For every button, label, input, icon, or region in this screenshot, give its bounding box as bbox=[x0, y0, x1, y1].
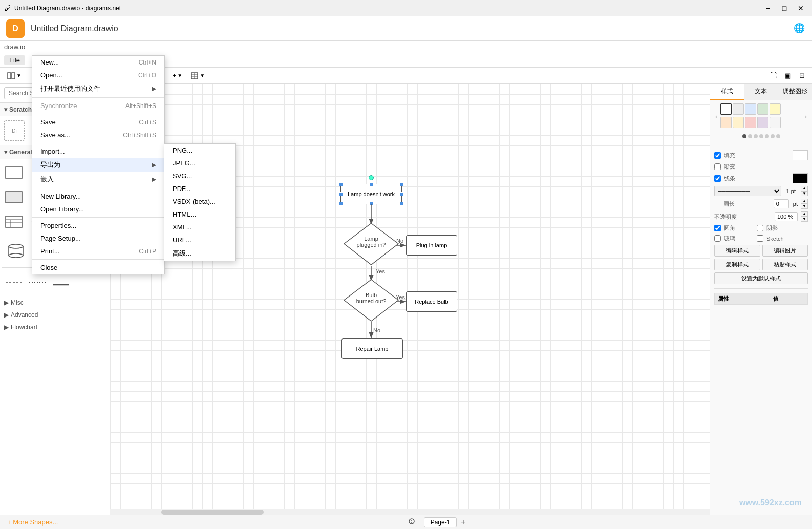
swatch-lightblue[interactable] bbox=[745, 103, 756, 115]
sidebar-toggle-button[interactable]: ▼ bbox=[4, 71, 25, 81]
perimeter-input[interactable] bbox=[774, 199, 789, 208]
more-shapes-button[interactable]: + More Shapes... bbox=[4, 517, 61, 527]
export-jpeg[interactable]: JPEG... bbox=[164, 157, 235, 170]
export-pdf[interactable]: PDF... bbox=[164, 182, 235, 195]
next-palette-button[interactable]: › bbox=[802, 113, 810, 121]
fc-repair-lamp[interactable]: Repair Lamp bbox=[341, 338, 403, 359]
fill-color-preview[interactable] bbox=[793, 150, 808, 160]
menu-recent[interactable]: 打开最近使用的文件 ▶ bbox=[32, 81, 164, 96]
close-button[interactable]: ✕ bbox=[794, 3, 808, 13]
dot-2[interactable] bbox=[748, 134, 752, 138]
swatch-lightpurple[interactable] bbox=[757, 117, 768, 128]
dot-1[interactable] bbox=[742, 134, 746, 138]
line-color-preview[interactable] bbox=[793, 173, 808, 183]
export-html[interactable]: HTML... bbox=[164, 208, 235, 221]
scratch-item[interactable]: Di bbox=[4, 120, 25, 141]
misc-section[interactable]: ▶ Misc bbox=[0, 297, 110, 309]
menu-new[interactable]: New... Ctrl+N bbox=[32, 56, 164, 69]
export-svg[interactable]: SVG... bbox=[164, 170, 235, 182]
dot-4[interactable] bbox=[759, 134, 763, 138]
swatch-lightorange[interactable] bbox=[720, 117, 732, 128]
menu-open[interactable]: Open... Ctrl+O bbox=[32, 69, 164, 81]
line-style-select[interactable]: ──────── - - - - - · · · · · bbox=[714, 186, 781, 196]
set-default-button[interactable]: 设置为默认样式 bbox=[714, 272, 808, 284]
line-checkbox[interactable] bbox=[714, 175, 721, 182]
fc-plug-in-lamp[interactable]: Plug in lamp bbox=[406, 235, 457, 256]
paste-style-button[interactable]: 粘贴样式 bbox=[762, 259, 808, 270]
separator-c bbox=[32, 143, 164, 143]
swatch-lightgray[interactable] bbox=[733, 103, 744, 115]
fc-lamp-plugged[interactable]: Lamp plugged in? bbox=[343, 222, 399, 266]
menu-print[interactable]: Print... Ctrl+P bbox=[32, 245, 164, 258]
edit-img-button[interactable]: 编辑图片 bbox=[762, 245, 808, 257]
menu-synchronize[interactable]: Synchronize Alt+Shift+S bbox=[32, 99, 164, 112]
corner-checkbox[interactable] bbox=[714, 225, 721, 231]
shape-rect[interactable] bbox=[2, 161, 26, 184]
opacity-spinner[interactable]: ▲ ▼ bbox=[801, 211, 808, 222]
maximize-button[interactable]: □ bbox=[777, 3, 792, 13]
perimeter-label: 周长 bbox=[723, 200, 749, 208]
menu-open-library[interactable]: Open Library... bbox=[32, 203, 164, 216]
minimize-button[interactable]: − bbox=[761, 3, 775, 13]
swatch-lightgreen[interactable] bbox=[757, 103, 768, 115]
line-pt-spinner[interactable]: ▲ ▼ bbox=[801, 186, 808, 196]
menu-save[interactable]: Save Ctrl+S bbox=[32, 116, 164, 129]
perimeter-spinner[interactable]: ▲ ▼ bbox=[801, 199, 808, 209]
shape-cylinder[interactable] bbox=[4, 239, 28, 263]
gradient-checkbox[interactable] bbox=[714, 163, 721, 170]
menu-embed[interactable]: 嵌入 ▶ bbox=[32, 172, 164, 186]
swatch-lightyellow-extra[interactable] bbox=[770, 103, 781, 115]
insert-button[interactable]: + ▼ bbox=[169, 71, 186, 80]
fullscreen-button[interactable]: ⛶ bbox=[767, 71, 780, 80]
page-options-button[interactable] bbox=[408, 517, 420, 527]
fc-replace-bulb[interactable]: Replace Bulb bbox=[406, 291, 457, 312]
menu-save-as[interactable]: Save as... Ctrl+Shift+S bbox=[32, 129, 164, 141]
dot-3[interactable] bbox=[754, 134, 758, 138]
titlebar-left: 🖊 Untitled Diagram.drawio - diagrams.net bbox=[4, 4, 121, 12]
menu-new-library[interactable]: New Library... bbox=[32, 190, 164, 203]
page-1-tab[interactable]: Page-1 bbox=[424, 517, 457, 527]
globe-icon[interactable]: 🌐 bbox=[794, 23, 806, 35]
glass-checkbox[interactable] bbox=[714, 235, 721, 242]
fill-checkbox[interactable] bbox=[714, 152, 721, 159]
dot-7[interactable] bbox=[776, 134, 780, 138]
menu-export[interactable]: 导出为 ▶ bbox=[32, 158, 164, 172]
fc-bulb-burned[interactable]: Bulb burned out? bbox=[343, 279, 399, 322]
swatch-lightyellow[interactable] bbox=[733, 117, 744, 128]
reset-button[interactable]: ⊡ bbox=[796, 71, 808, 80]
shape-dashed-line[interactable] bbox=[2, 271, 26, 294]
table-button[interactable]: ▼ bbox=[187, 71, 208, 81]
advanced-section[interactable]: ▶ Advanced bbox=[0, 309, 110, 321]
dot-6[interactable] bbox=[771, 134, 775, 138]
flowchart-section[interactable]: ▶ Flowchart bbox=[0, 321, 110, 333]
tab-text[interactable]: 文本 bbox=[744, 84, 778, 100]
shape-table[interactable] bbox=[2, 210, 26, 234]
menu-properties[interactable]: Properties... bbox=[32, 219, 164, 232]
export-url[interactable]: URL... bbox=[164, 234, 235, 246]
shape-rect2[interactable] bbox=[2, 185, 26, 209]
sketch-checkbox[interactable] bbox=[757, 235, 763, 242]
swatch-lightpink[interactable] bbox=[745, 117, 756, 128]
swatch-whitesmoke[interactable] bbox=[770, 117, 781, 128]
menu-page-setup[interactable]: Page Setup... bbox=[32, 232, 164, 245]
export-advanced[interactable]: 高级... bbox=[164, 246, 235, 261]
swatch-white[interactable] bbox=[720, 103, 732, 115]
tab-style[interactable]: 样式 bbox=[710, 84, 744, 100]
panel-right-button[interactable]: ▣ bbox=[782, 71, 794, 80]
tab-geometry[interactable]: 调整图形 bbox=[778, 84, 812, 100]
copy-style-button[interactable]: 复制样式 bbox=[714, 259, 760, 270]
h-scrollbar[interactable] bbox=[110, 509, 710, 515]
dot-5[interactable] bbox=[765, 134, 769, 138]
opacity-input[interactable] bbox=[775, 212, 798, 221]
menu-close[interactable]: Close bbox=[32, 261, 164, 274]
prev-palette-button[interactable]: ‹ bbox=[712, 113, 720, 121]
shadow-checkbox[interactable] bbox=[757, 225, 763, 231]
export-png[interactable]: PNG... bbox=[164, 144, 235, 157]
add-page-button[interactable]: + bbox=[461, 518, 465, 527]
menu-import[interactable]: Import... bbox=[32, 145, 164, 158]
edit-style-button[interactable]: 编辑样式 bbox=[714, 245, 760, 257]
export-xml[interactable]: XML... bbox=[164, 221, 235, 234]
fc-lamp-doesnt-work[interactable]: Lamp doesn't work bbox=[340, 184, 402, 204]
export-vsdx[interactable]: VSDX (beta)... bbox=[164, 195, 235, 208]
menu-file[interactable]: File bbox=[4, 55, 25, 65]
